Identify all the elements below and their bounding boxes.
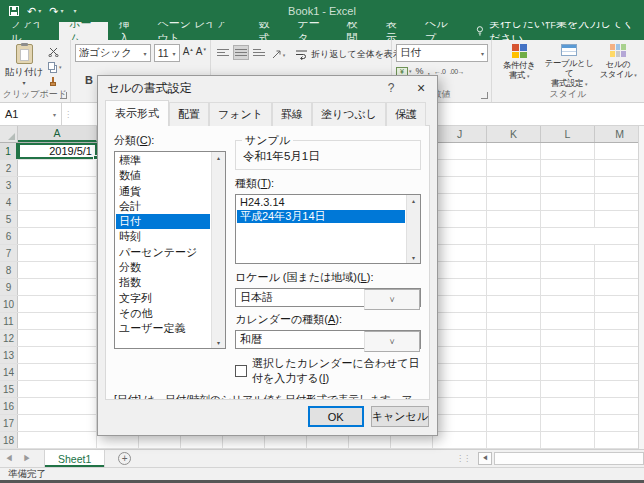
- chevron-down-icon[interactable]: ∨: [364, 331, 420, 352]
- category-item[interactable]: 数値: [116, 168, 210, 183]
- chevron-down-icon[interactable]: ▾: [283, 52, 286, 58]
- cell[interactable]: [18, 381, 97, 397]
- row-header[interactable]: 15: [0, 381, 18, 397]
- dialog-tab-font[interactable]: フォント: [209, 102, 272, 126]
- cell[interactable]: [18, 313, 97, 329]
- scroll-down-icon[interactable]: ▾: [217, 339, 220, 346]
- cell[interactable]: [487, 296, 541, 312]
- category-item[interactable]: 指数: [116, 275, 210, 290]
- cell[interactable]: [18, 177, 97, 193]
- cell[interactable]: [433, 279, 487, 295]
- cell[interactable]: [541, 228, 595, 244]
- scroll-up-icon[interactable]: ▴: [412, 197, 415, 204]
- cell[interactable]: [18, 262, 97, 278]
- cell[interactable]: [18, 398, 97, 414]
- tab-file[interactable]: ファイル: [0, 22, 59, 40]
- cell[interactable]: [487, 347, 541, 363]
- tab-view[interactable]: 表示: [376, 22, 415, 40]
- type-listbox[interactable]: H24.3.14 平成24年3月14日 ▴▾: [235, 194, 421, 264]
- save-button[interactable]: [9, 6, 19, 16]
- cell[interactable]: [433, 364, 487, 380]
- align-middle-button[interactable]: [233, 45, 249, 60]
- category-item[interactable]: 時刻: [116, 229, 210, 244]
- cell[interactable]: [541, 262, 595, 278]
- category-item[interactable]: 通貨: [116, 184, 210, 199]
- tab-formulas[interactable]: 数式: [248, 22, 287, 40]
- cell[interactable]: [433, 211, 487, 227]
- cell[interactable]: [487, 381, 541, 397]
- dialog-tab-protection[interactable]: 保護: [386, 102, 426, 126]
- row-header[interactable]: 1: [0, 143, 18, 159]
- chevron-down-icon[interactable]: ▾: [38, 8, 41, 14]
- cell[interactable]: [433, 432, 487, 448]
- undo-button[interactable]: ↶▾: [27, 6, 41, 17]
- hscroll-left-button[interactable]: ◀: [478, 452, 492, 465]
- cell[interactable]: [433, 313, 487, 329]
- column-header-j[interactable]: J: [433, 126, 487, 142]
- cell[interactable]: [541, 177, 595, 193]
- type-scrollbar[interactable]: ▴▾: [406, 195, 420, 263]
- row-header[interactable]: 12: [0, 330, 18, 346]
- cell[interactable]: [433, 160, 487, 176]
- checkbox-unchecked[interactable]: [235, 365, 247, 377]
- dialog-close-button[interactable]: ×: [405, 80, 437, 96]
- shrink-font-button[interactable]: A▾: [196, 44, 206, 57]
- dialog-title-bar[interactable]: セルの書式設定 ? ×: [98, 76, 437, 100]
- cell[interactable]: [487, 160, 541, 176]
- vertical-scrollbar[interactable]: [638, 126, 644, 449]
- cell[interactable]: [433, 177, 487, 193]
- cell[interactable]: [487, 262, 541, 278]
- cell[interactable]: [18, 330, 97, 346]
- cell[interactable]: [487, 143, 541, 159]
- row-header[interactable]: 4: [0, 194, 18, 210]
- cell[interactable]: [487, 364, 541, 380]
- dialog-tab-alignment[interactable]: 配置: [169, 102, 209, 126]
- redo-button[interactable]: ↷▾: [49, 6, 63, 17]
- clipboard-dialog-launcher-icon[interactable]: [60, 92, 67, 99]
- tab-help[interactable]: ヘルプ: [415, 22, 464, 40]
- type-item[interactable]: H24.3.14: [237, 196, 405, 210]
- cell[interactable]: [487, 245, 541, 261]
- customize-qat-button[interactable]: ▾: [71, 8, 76, 14]
- cell[interactable]: [433, 228, 487, 244]
- row-header[interactable]: 11: [0, 313, 18, 329]
- grow-font-button[interactable]: A▴: [183, 44, 193, 57]
- sheet-nav-right-button[interactable]: ▶: [18, 453, 36, 464]
- category-scrollbar[interactable]: ▴▾: [211, 152, 225, 348]
- cell[interactable]: [595, 364, 644, 380]
- cell[interactable]: [595, 381, 644, 397]
- cell[interactable]: [541, 364, 595, 380]
- cell[interactable]: [487, 279, 541, 295]
- row-header[interactable]: 3: [0, 177, 18, 193]
- cell[interactable]: [18, 415, 97, 431]
- scroll-up-icon[interactable]: ▴: [217, 154, 220, 161]
- cell[interactable]: [433, 194, 487, 210]
- cell[interactable]: [433, 415, 487, 431]
- column-header-m[interactable]: M: [595, 126, 644, 142]
- cell[interactable]: [433, 330, 487, 346]
- row-header[interactable]: 8: [0, 262, 18, 278]
- category-item[interactable]: 会計: [116, 199, 210, 214]
- chevron-down-icon[interactable]: ▾: [53, 111, 56, 118]
- cell-a1[interactable]: 2019/5/1: [18, 143, 97, 159]
- cell[interactable]: [433, 143, 487, 159]
- cell[interactable]: [18, 296, 97, 312]
- cell[interactable]: [433, 398, 487, 414]
- formula-bar-grip[interactable]: ⋮: [62, 103, 74, 125]
- cell[interactable]: [541, 211, 595, 227]
- cell[interactable]: [487, 211, 541, 227]
- sheet-nav-left-button[interactable]: ◀: [0, 453, 18, 464]
- cell[interactable]: [487, 415, 541, 431]
- select-all-corner[interactable]: [0, 126, 18, 142]
- cancel-button[interactable]: キャンセル: [371, 406, 429, 427]
- tab-review[interactable]: 校閲: [337, 22, 376, 40]
- cell[interactable]: [433, 381, 487, 397]
- cell[interactable]: [18, 194, 97, 210]
- cell[interactable]: [541, 432, 595, 448]
- chevron-down-icon[interactable]: ▾: [60, 8, 63, 14]
- cell[interactable]: [487, 432, 541, 448]
- cell[interactable]: [18, 364, 97, 380]
- cell[interactable]: [541, 415, 595, 431]
- category-item[interactable]: パーセンテージ: [116, 245, 210, 260]
- category-item[interactable]: 分数: [116, 260, 210, 275]
